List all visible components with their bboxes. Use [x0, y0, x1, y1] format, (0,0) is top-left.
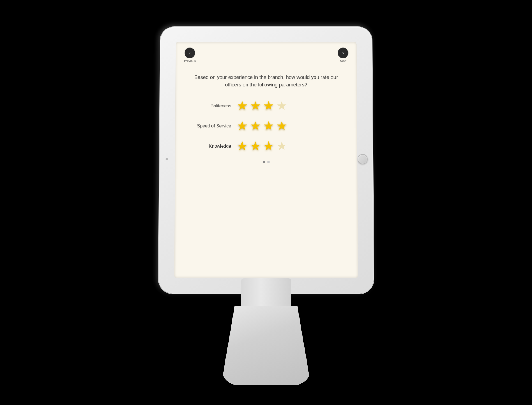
star-4[interactable]: ★: [276, 140, 287, 152]
prev-icon: ‹: [185, 47, 195, 58]
rating-row-knowledge: Knowledge ★ ★ ★ ★: [189, 140, 343, 152]
next-button[interactable]: › Next: [338, 47, 348, 62]
question-area: Based on your experience in the branch, …: [183, 71, 349, 271]
camera-dot: [165, 158, 168, 160]
politeness-stars[interactable]: ★ ★ ★ ★: [237, 100, 287, 112]
page-dot-2: [267, 161, 270, 163]
star-3[interactable]: ★: [263, 140, 274, 152]
rating-row-speed: Speed of Service ★ ★ ★ ★: [189, 120, 343, 132]
star-1[interactable]: ★: [237, 120, 248, 132]
previous-button[interactable]: ‹ Previous: [184, 47, 196, 62]
next-icon: ›: [338, 47, 348, 58]
star-2[interactable]: ★: [250, 140, 261, 152]
politeness-label: Politeness: [189, 103, 231, 108]
previous-label: Previous: [184, 59, 196, 63]
ipad-screen: ‹ Previous › Next Based on your experien…: [174, 42, 358, 278]
knowledge-stars[interactable]: ★ ★ ★ ★: [237, 140, 287, 152]
question-text: Based on your experience in the branch, …: [189, 74, 343, 88]
star-4[interactable]: ★: [276, 100, 287, 112]
stand-base: [221, 306, 311, 385]
screen-content: ‹ Previous › Next Based on your experien…: [174, 42, 358, 278]
speed-label: Speed of Service: [189, 123, 231, 129]
page-indicators: [262, 161, 269, 163]
ipad-device: ‹ Previous › Next Based on your experien…: [158, 21, 373, 288]
speed-stars[interactable]: ★ ★ ★ ★: [237, 120, 287, 132]
ratings-container: Politeness ★ ★ ★ ★ Speed of Serv: [183, 100, 349, 152]
star-3[interactable]: ★: [263, 100, 274, 112]
ipad-body: ‹ Previous › Next Based on your experien…: [158, 27, 374, 293]
home-button[interactable]: [358, 154, 368, 164]
star-2[interactable]: ★: [250, 100, 261, 112]
star-3[interactable]: ★: [263, 120, 274, 132]
star-4[interactable]: ★: [276, 120, 287, 132]
rating-row-politeness: Politeness ★ ★ ★ ★: [189, 100, 343, 112]
knowledge-label: Knowledge: [189, 144, 231, 149]
nav-row: ‹ Previous › Next: [184, 47, 348, 62]
star-1[interactable]: ★: [237, 140, 248, 152]
next-label: Next: [340, 59, 346, 63]
scene: ‹ Previous › Next Based on your experien…: [140, 20, 392, 385]
page-dot-1: [262, 161, 265, 163]
star-1[interactable]: ★: [237, 100, 248, 112]
star-2[interactable]: ★: [250, 120, 261, 132]
